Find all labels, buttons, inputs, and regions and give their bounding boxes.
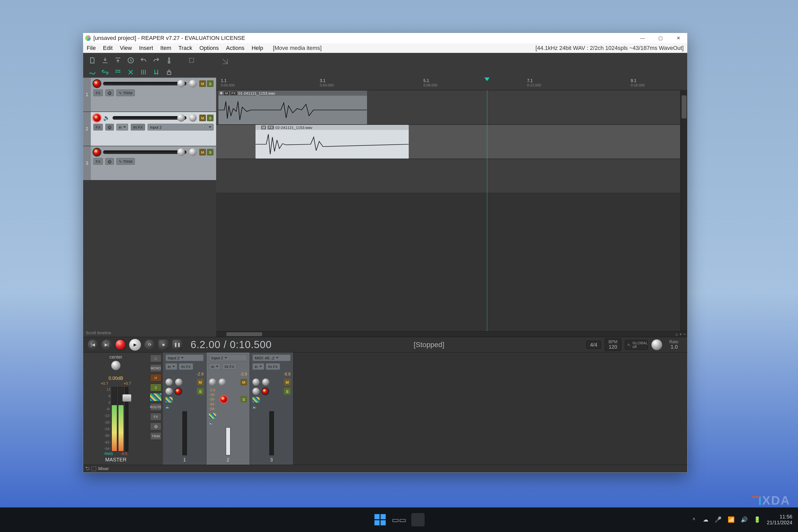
trim-button[interactable]: ∿TRIM <box>116 158 135 165</box>
item-fx-badge[interactable]: FX <box>230 91 237 95</box>
zoom-in-icon[interactable]: + <box>679 332 682 337</box>
audio-device-status[interactable]: [44.1kHz 24bit WAV : 2/2ch 1024spls ~43/… <box>536 45 687 52</box>
strip-recarm[interactable] <box>175 388 181 394</box>
menu-help[interactable]: Help <box>248 43 267 53</box>
volume-slider[interactable] <box>103 150 187 154</box>
arrange-lanes[interactable]: -2.9 -18- -30- -42- -54- M FX 01-241121_… <box>216 90 687 331</box>
menu-actions[interactable]: Actions <box>223 43 248 53</box>
strip-rec-knob[interactable] <box>252 388 260 395</box>
strip-solo[interactable]: S <box>284 388 290 395</box>
input-fx-button[interactable]: IN FX <box>131 124 145 130</box>
mixer-strip[interactable]: Input 2 in IN FX -2.9 M S 🔈 1 <box>163 353 206 465</box>
strip-width-knob[interactable] <box>219 379 226 386</box>
strip-rec-knob[interactable] <box>166 388 173 395</box>
project-settings-icon[interactable] <box>126 56 136 65</box>
arrange-lane[interactable] <box>216 159 680 193</box>
docker-tabs[interactable]: ⮌ Mixer <box>83 465 687 472</box>
strip-input-dropdown[interactable]: Input 2 <box>209 355 247 361</box>
fx-bypass-button[interactable]: ⏻ <box>106 158 114 165</box>
wifi-icon[interactable]: 📶 <box>728 516 735 523</box>
master-fx-button[interactable]: FX <box>150 413 162 420</box>
record-mode-dropdown[interactable]: in <box>116 124 128 130</box>
strip-mute[interactable]: M <box>241 379 247 385</box>
envelope-toggle-icon[interactable] <box>87 67 97 77</box>
mixer-strip[interactable]: MIDI: All:..2 in IN FX -8.8 M S 🔈 3 <box>250 353 293 465</box>
go-to-end-button[interactable]: ▶| <box>101 340 112 350</box>
item-crossfade-icon[interactable] <box>220 56 230 67</box>
undo-icon[interactable] <box>138 56 149 65</box>
strip-mute[interactable]: M <box>197 379 204 385</box>
tcp-track[interactable]: 1 M S FX ⏻ ∿TRIM <box>83 77 216 112</box>
strip-env-icon[interactable] <box>209 413 216 419</box>
speaker-icon[interactable]: 🔈 <box>209 421 214 425</box>
marker-add-icon[interactable]: ⌂ <box>676 332 678 337</box>
save-project-icon[interactable] <box>113 56 123 65</box>
strip-width-knob[interactable] <box>175 379 182 386</box>
vertical-scrollbar[interactable] <box>681 90 687 331</box>
start-button[interactable] <box>374 513 387 526</box>
media-item[interactable]: M FX 01-241121_1153.wav <box>218 91 367 124</box>
tcp-track[interactable]: 2 🔈 M S FX ⏻ in <box>83 112 216 146</box>
menu-item[interactable]: Item <box>157 43 175 53</box>
battery-icon[interactable]: 🔋 <box>754 516 761 523</box>
volume-slider[interactable] <box>113 116 187 120</box>
automation-mode-switch[interactable]: ∿ GLOBALoff <box>625 340 648 350</box>
routing-icon[interactable] <box>126 67 136 77</box>
playrate-knob[interactable] <box>651 339 662 350</box>
record-arm-button[interactable] <box>93 149 100 156</box>
snap-icon[interactable] <box>151 67 162 77</box>
master-io-button[interactable]: □ <box>150 355 162 362</box>
item-mute-badge[interactable]: M <box>261 126 266 129</box>
tcp-track[interactable]: 3 M S FX ⏻ ∿TRIM <box>83 146 216 180</box>
fx-button[interactable]: FX <box>93 124 103 130</box>
record-button[interactable] <box>115 340 126 350</box>
strip-in-mode[interactable]: in <box>166 363 177 370</box>
task-view-button[interactable]: ▭▭ <box>392 513 406 526</box>
media-item[interactable]: M FX 02-241121_1153.wav <box>255 125 409 158</box>
volume-icon[interactable]: 🔊 <box>741 516 747 523</box>
strip-recarm[interactable] <box>262 388 268 394</box>
mute-button[interactable]: M <box>199 80 206 87</box>
edit-cursor-line[interactable] <box>487 90 487 331</box>
bpm-field[interactable]: BPM120 <box>605 338 621 351</box>
grid-lines-icon[interactable] <box>138 67 149 77</box>
playrate-display[interactable]: Rate:1.0 <box>666 339 683 351</box>
track-number[interactable]: 1 <box>83 78 91 112</box>
strip-env-icon[interactable] <box>166 397 173 403</box>
mute-button[interactable]: M <box>199 149 206 155</box>
master-trim-button[interactable]: TRIM <box>150 432 162 440</box>
menu-view[interactable]: View <box>116 43 135 53</box>
edit-cursor-marker-icon[interactable] <box>487 77 490 81</box>
record-arm-button[interactable] <box>93 114 100 121</box>
solo-button[interactable]: S <box>207 80 213 87</box>
windows-taskbar[interactable]: ▭▭ ＾ ☁ 🎤 📶 🔊 🔋 11:56 21/11/2024 <box>0 508 798 532</box>
volume-slider[interactable] <box>103 82 187 86</box>
time-signature-field[interactable]: 4/4 <box>586 341 601 349</box>
redo-icon[interactable] <box>151 56 162 65</box>
menu-track[interactable]: Track <box>175 43 196 53</box>
strip-infx-button[interactable]: IN FX <box>179 363 193 370</box>
speaker-icon[interactable]: 🔈 <box>166 405 170 409</box>
master-strip[interactable]: center 0.00dB +0.7+0.7 126 0-6- -12--18-… <box>83 353 149 465</box>
menu-file[interactable]: File <box>83 43 99 53</box>
master-solo-button[interactable]: S <box>150 384 162 391</box>
arrange-lane[interactable]: M FX 01-241121_1153.wav <box>216 90 680 125</box>
close-button[interactable]: ✕ <box>669 33 687 43</box>
master-fader-track[interactable] <box>125 387 128 452</box>
pause-button[interactable]: ❚❚ <box>172 340 182 350</box>
metronome-icon[interactable] <box>164 56 174 65</box>
strip-pan-knob[interactable] <box>166 379 173 386</box>
fx-bypass-button[interactable]: ⏻ <box>106 90 114 96</box>
strip-input-dropdown[interactable]: Input 2 <box>166 355 204 361</box>
fx-button[interactable]: FX <box>93 158 103 165</box>
item-handle-icon[interactable] <box>257 126 260 129</box>
lock-icon[interactable] <box>164 67 174 77</box>
strip-pan-knob[interactable] <box>209 379 216 386</box>
taskbar-clock[interactable]: 11:56 21/11/2024 <box>767 514 792 526</box>
taskbar-app-reaper[interactable] <box>411 513 424 526</box>
grid-toggle-icon[interactable] <box>113 67 123 77</box>
strip-pan-knob[interactable] <box>252 379 260 386</box>
onedrive-icon[interactable]: ☁ <box>703 516 708 523</box>
mixer-strip[interactable]: Input 2 in IN FX -2.9 M -2.9-18- -30--42… <box>206 353 250 465</box>
menu-edit[interactable]: Edit <box>99 43 116 53</box>
